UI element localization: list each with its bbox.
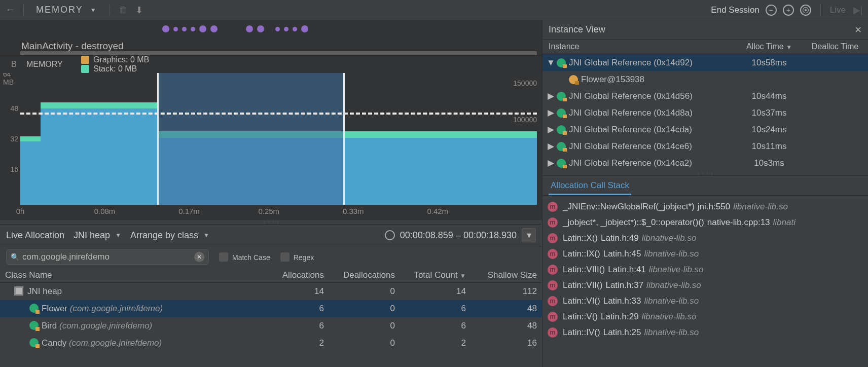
instance-row[interactable]: ▶JNI Global Reference (0x14cda)10s24ms xyxy=(542,121,868,138)
stack-frame[interactable]: mLatin::X()Latin.h:49libnative-lib.so xyxy=(542,230,868,246)
y-tick-left: 16 xyxy=(10,165,18,173)
search-icon: 🔍 xyxy=(11,253,19,261)
expand-toggle[interactable]: ▼ xyxy=(547,58,555,68)
time-range-value: 00:00:08.859 – 00:00:18.930 xyxy=(400,230,517,241)
stack-frame[interactable]: m_jobject*, _jobject*)::$_0::operator()(… xyxy=(542,214,868,230)
regex-checkbox[interactable]: Regex xyxy=(280,252,314,262)
instance-row[interactable]: ▶JNI Global Reference (0x14ca2)10s3ms xyxy=(542,155,868,171)
stack-frame[interactable]: mLatin::VIII()Latin.h:41libnative-lib.so xyxy=(542,262,868,277)
table-row[interactable]: Candy (com.google.jnirefdemo)20216 xyxy=(0,335,542,352)
method-icon: m xyxy=(548,233,558,243)
horizontal-splitter[interactable]: ⋮⋮⋮⋮ xyxy=(0,220,542,224)
expand-toggle[interactable]: ▶ xyxy=(547,158,555,168)
end-session-button[interactable]: End Session xyxy=(711,5,759,15)
unit-b-label: B xyxy=(11,60,16,69)
sort-desc-icon: ▼ xyxy=(786,44,792,51)
column-total-count[interactable]: Total Count ▼ xyxy=(400,270,471,280)
time-selection[interactable] xyxy=(157,73,345,205)
method-icon: m xyxy=(548,202,558,212)
y-tick-left: 64 MB xyxy=(3,73,18,86)
class-icon xyxy=(29,338,39,347)
instance-row[interactable]: ▶JNI Global Reference (0x14ce6)10s11ms xyxy=(542,138,868,155)
stack-frame[interactable]: mLatin::IX()Latin.h:45libnative-lib.so xyxy=(542,246,868,262)
heap-label: JNI heap xyxy=(74,230,110,241)
class-icon xyxy=(557,142,566,151)
filter-button[interactable]: ▾ xyxy=(522,228,536,242)
clear-search-button[interactable]: ✕ xyxy=(194,252,204,262)
method-icon: m xyxy=(548,217,558,228)
export-icon[interactable]: ⬇ xyxy=(133,5,146,16)
column-deallocations[interactable]: Deallocations xyxy=(329,270,400,280)
reset-zoom-button[interactable]: ⦿ xyxy=(800,5,811,16)
arrange-label: Arrange by class xyxy=(130,230,198,241)
stack-frame[interactable]: mLatin::IV()Latin.h:25libnative-lib.so xyxy=(542,324,868,340)
instance-child-row[interactable]: Flower@153938 xyxy=(542,71,868,88)
x-tick: 0.33m xyxy=(343,207,364,215)
method-icon: m xyxy=(548,296,558,306)
live-label: Live xyxy=(830,5,846,15)
column-shallow-size[interactable]: Shallow Size xyxy=(471,270,542,280)
instance-row[interactable]: ▶JNI Global Reference (0x14d8a)10s37ms xyxy=(542,104,868,121)
match-case-checkbox[interactable]: Match Case xyxy=(219,252,270,262)
class-icon xyxy=(29,321,39,330)
trash-icon[interactable]: 🗑 xyxy=(117,5,129,15)
chevron-down-icon: ▼ xyxy=(90,7,97,14)
chevron-down-icon: ▼ xyxy=(203,232,209,239)
y-tick-left: 48 xyxy=(10,104,18,113)
stack-frame[interactable]: mLatin::V()Latin.h:29libnative-lib.so xyxy=(542,309,868,324)
table-row[interactable]: Flower (com.google.jnirefdemo)60648 xyxy=(0,300,542,317)
expand-toggle[interactable]: ▶ xyxy=(547,107,555,118)
event-markers xyxy=(162,25,308,32)
stack-frame[interactable]: m_JNIEnv::NewGlobalRef(_jobject*)jni.h:5… xyxy=(542,199,868,214)
method-icon: m xyxy=(548,312,558,322)
memory-chart[interactable]: 64 MB 48 32 16 150000 100000 50000 xyxy=(0,73,542,220)
clock-icon xyxy=(385,230,395,240)
x-tick: 0.08m xyxy=(94,207,116,215)
folder-icon xyxy=(14,286,23,296)
stack-frame[interactable]: mLatin::VII()Latin.h:37libnative-lib.so xyxy=(542,277,868,293)
allocation-mode-dropdown[interactable]: Live Allocation xyxy=(6,230,64,241)
table-row[interactable]: Bird (com.google.jnirefdemo)60648 xyxy=(0,317,542,335)
class-icon xyxy=(557,58,566,67)
arrange-dropdown[interactable]: Arrange by class ▼ xyxy=(130,230,209,241)
memory-axis-title: MEMORY xyxy=(26,60,71,69)
sort-desc-icon: ▼ xyxy=(460,272,466,279)
class-icon xyxy=(557,159,566,168)
close-panel-button[interactable]: ✕ xyxy=(854,24,862,35)
go-live-icon[interactable]: ▶| xyxy=(852,5,864,16)
instance-row[interactable]: ▼JNI Global Reference (0x14d92)10s58ms xyxy=(542,54,868,71)
activity-state-label: MainActivity - destroyed xyxy=(21,41,124,52)
y-tick-left: 32 xyxy=(10,135,18,143)
profiler-section-label: MEMORY xyxy=(36,5,83,15)
allocation-mode-label: Live Allocation xyxy=(6,230,64,241)
objects-dashed-line xyxy=(20,113,537,115)
method-icon: m xyxy=(548,280,558,290)
horizontal-splitter[interactable]: ⋮⋮⋮⋮ xyxy=(542,171,868,175)
back-icon[interactable]: ← xyxy=(4,5,16,15)
heap-dropdown[interactable]: JNI heap ▼ xyxy=(74,230,121,241)
method-icon: m xyxy=(548,327,558,338)
table-group-row[interactable]: JNI heap 14 0 14 112 xyxy=(0,283,542,300)
column-instance[interactable]: Instance xyxy=(542,42,736,51)
instance-row[interactable]: ▶JNI Global Reference (0x14d56)10s44ms xyxy=(542,88,868,104)
classes-table: Class Name Allocations Deallocations Tot… xyxy=(0,268,542,367)
column-allocations[interactable]: Allocations xyxy=(258,270,329,280)
column-dealloc-time[interactable]: Dealloc Time xyxy=(802,42,868,51)
profiler-dropdown[interactable]: MEMORY ▼ xyxy=(31,5,102,15)
chevron-down-icon: ▼ xyxy=(115,232,121,239)
zoom-in-button[interactable]: + xyxy=(783,5,794,16)
column-alloc-time[interactable]: Alloc Time ▼ xyxy=(736,42,802,51)
expand-toggle[interactable]: ▶ xyxy=(547,124,555,135)
search-input[interactable]: 🔍 ✕ xyxy=(6,249,209,265)
method-icon: m xyxy=(548,249,558,259)
zoom-out-button[interactable]: − xyxy=(766,5,777,16)
tab-allocation-call-stack[interactable]: Allocation Call Stack xyxy=(549,177,631,195)
chart-legend: B MEMORY Java: 0 MBNative: 0 MBGraphics:… xyxy=(0,56,542,73)
stack-frame[interactable]: mLatin::VI()Latin.h:33libnative-lib.so xyxy=(542,293,868,309)
search-field[interactable] xyxy=(22,252,191,262)
timeline-scrollbar[interactable] xyxy=(20,51,537,55)
field-icon xyxy=(569,75,578,84)
column-class-name[interactable]: Class Name xyxy=(0,270,258,280)
expand-toggle[interactable]: ▶ xyxy=(547,141,555,152)
expand-toggle[interactable]: ▶ xyxy=(547,91,555,101)
